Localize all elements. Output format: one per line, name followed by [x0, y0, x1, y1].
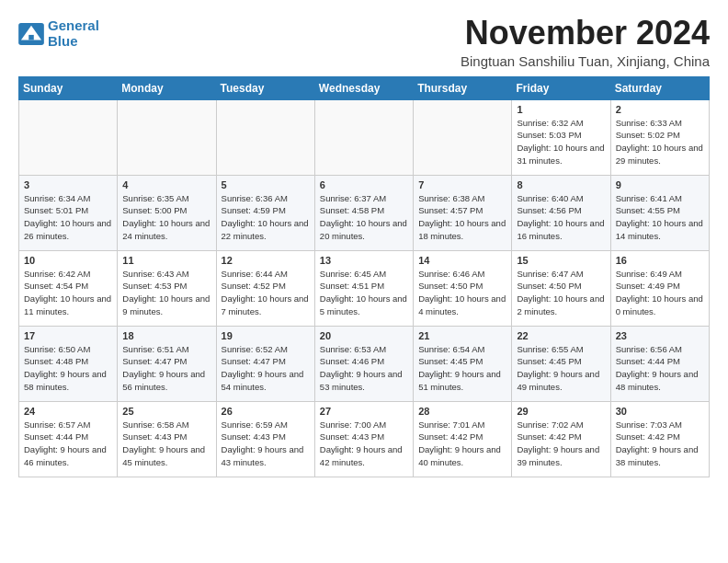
logo-icon: [18, 23, 44, 45]
day-info: Sunrise: 6:32 AM Sunset: 5:03 PM Dayligh…: [517, 117, 605, 167]
day-info: Sunrise: 7:03 AM Sunset: 4:42 PM Dayligh…: [616, 419, 704, 469]
day-info: Sunrise: 6:54 AM Sunset: 4:45 PM Dayligh…: [418, 343, 506, 394]
calendar-cell: 4Sunrise: 6:35 AM Sunset: 5:00 PM Daylig…: [118, 175, 216, 250]
day-number: 20: [320, 330, 408, 341]
day-number: 7: [418, 179, 506, 190]
calendar-cell: 21Sunrise: 6:54 AM Sunset: 4:45 PM Dayli…: [414, 326, 512, 401]
calendar-cell: 28Sunrise: 7:01 AM Sunset: 4:42 PM Dayli…: [414, 401, 512, 477]
calendar-cell: 5Sunrise: 6:36 AM Sunset: 4:59 PM Daylig…: [216, 175, 314, 250]
day-number: 8: [517, 179, 605, 190]
day-info: Sunrise: 6:41 AM Sunset: 4:55 PM Dayligh…: [616, 192, 704, 243]
day-number: 5: [222, 179, 310, 190]
svg-rect-2: [28, 34, 34, 40]
day-info: Sunrise: 6:45 AM Sunset: 4:51 PM Dayligh…: [320, 268, 408, 318]
calendar-cell: 16Sunrise: 6:49 AM Sunset: 4:49 PM Dayli…: [610, 250, 709, 326]
day-number: 29: [517, 406, 605, 417]
calendar-cell: [314, 99, 413, 175]
day-number: 13: [320, 255, 408, 266]
calendar-cell: 20Sunrise: 6:53 AM Sunset: 4:46 PM Dayli…: [314, 326, 413, 401]
day-info: Sunrise: 6:57 AM Sunset: 4:44 PM Dayligh…: [24, 419, 112, 469]
day-info: Sunrise: 6:36 AM Sunset: 4:59 PM Dayligh…: [222, 192, 310, 243]
logo: General Blue: [18, 18, 99, 49]
day-info: Sunrise: 6:56 AM Sunset: 4:44 PM Dayligh…: [616, 343, 704, 394]
day-number: 19: [222, 330, 310, 341]
weekday-sunday: Sunday: [19, 76, 118, 99]
calendar-cell: [118, 99, 216, 175]
month-title: November 2024: [461, 15, 710, 52]
calendar-cell: 11Sunrise: 6:43 AM Sunset: 4:53 PM Dayli…: [118, 250, 216, 326]
week-row-5: 24Sunrise: 6:57 AM Sunset: 4:44 PM Dayli…: [19, 401, 710, 477]
calendar-cell: 19Sunrise: 6:52 AM Sunset: 4:47 PM Dayli…: [216, 326, 314, 401]
calendar-cell: 15Sunrise: 6:47 AM Sunset: 4:50 PM Dayli…: [512, 250, 610, 326]
weekday-tuesday: Tuesday: [216, 76, 314, 99]
calendar-cell: 27Sunrise: 7:00 AM Sunset: 4:43 PM Dayli…: [314, 401, 413, 477]
day-number: 27: [320, 406, 408, 417]
day-info: Sunrise: 7:01 AM Sunset: 4:42 PM Dayligh…: [418, 419, 506, 469]
day-info: Sunrise: 6:43 AM Sunset: 4:53 PM Dayligh…: [122, 268, 210, 318]
calendar-cell: 18Sunrise: 6:51 AM Sunset: 4:47 PM Dayli…: [118, 326, 216, 401]
day-number: 4: [122, 179, 210, 190]
day-info: Sunrise: 6:55 AM Sunset: 4:45 PM Dayligh…: [517, 343, 605, 394]
day-number: 16: [616, 255, 704, 266]
calendar-cell: 24Sunrise: 6:57 AM Sunset: 4:44 PM Dayli…: [19, 401, 118, 477]
title-block: November 2024 Bingtuan Sanshiliu Tuan, X…: [461, 15, 710, 69]
weekday-wednesday: Wednesday: [314, 76, 413, 99]
day-number: 3: [24, 179, 112, 190]
day-info: Sunrise: 6:47 AM Sunset: 4:50 PM Dayligh…: [517, 268, 605, 318]
day-number: 25: [122, 406, 210, 417]
day-info: Sunrise: 6:35 AM Sunset: 5:00 PM Dayligh…: [122, 192, 210, 243]
calendar-cell: 22Sunrise: 6:55 AM Sunset: 4:45 PM Dayli…: [512, 326, 610, 401]
calendar-cell: 6Sunrise: 6:37 AM Sunset: 4:58 PM Daylig…: [314, 175, 413, 250]
calendar-cell: 23Sunrise: 6:56 AM Sunset: 4:44 PM Dayli…: [610, 326, 709, 401]
calendar-cell: 8Sunrise: 6:40 AM Sunset: 4:56 PM Daylig…: [512, 175, 610, 250]
calendar-cell: 2Sunrise: 6:33 AM Sunset: 5:02 PM Daylig…: [610, 99, 709, 175]
calendar-cell: 14Sunrise: 6:46 AM Sunset: 4:50 PM Dayli…: [414, 250, 512, 326]
calendar-cell: 7Sunrise: 6:38 AM Sunset: 4:57 PM Daylig…: [414, 175, 512, 250]
day-info: Sunrise: 6:37 AM Sunset: 4:58 PM Dayligh…: [320, 192, 408, 243]
day-number: 6: [320, 179, 408, 190]
header: General Blue November 2024 Bingtuan Sans…: [18, 15, 710, 69]
day-info: Sunrise: 6:34 AM Sunset: 5:01 PM Dayligh…: [24, 192, 112, 243]
calendar-cell: 29Sunrise: 7:02 AM Sunset: 4:42 PM Dayli…: [512, 401, 610, 477]
calendar-cell: 30Sunrise: 7:03 AM Sunset: 4:42 PM Dayli…: [610, 401, 709, 477]
day-number: 17: [24, 330, 112, 341]
day-info: Sunrise: 6:42 AM Sunset: 4:54 PM Dayligh…: [24, 268, 112, 318]
day-info: Sunrise: 6:38 AM Sunset: 4:57 PM Dayligh…: [418, 192, 506, 243]
logo-line2: Blue: [48, 33, 78, 49]
week-row-4: 17Sunrise: 6:50 AM Sunset: 4:48 PM Dayli…: [19, 326, 710, 401]
day-number: 30: [616, 406, 704, 417]
day-info: Sunrise: 6:33 AM Sunset: 5:02 PM Dayligh…: [616, 117, 704, 167]
calendar-cell: 12Sunrise: 6:44 AM Sunset: 4:52 PM Dayli…: [216, 250, 314, 326]
day-info: Sunrise: 6:46 AM Sunset: 4:50 PM Dayligh…: [418, 268, 506, 318]
calendar-cell: [414, 99, 512, 175]
day-info: Sunrise: 7:02 AM Sunset: 4:42 PM Dayligh…: [517, 419, 605, 469]
calendar-cell: 25Sunrise: 6:58 AM Sunset: 4:43 PM Dayli…: [118, 401, 216, 477]
day-number: 18: [122, 330, 210, 341]
location-subtitle: Bingtuan Sanshiliu Tuan, Xinjiang, China: [461, 53, 710, 69]
weekday-saturday: Saturday: [610, 76, 709, 99]
calendar-cell: 26Sunrise: 6:59 AM Sunset: 4:43 PM Dayli…: [216, 401, 314, 477]
day-info: Sunrise: 6:58 AM Sunset: 4:43 PM Dayligh…: [122, 419, 210, 469]
day-info: Sunrise: 7:00 AM Sunset: 4:43 PM Dayligh…: [320, 419, 408, 469]
day-number: 26: [222, 406, 310, 417]
day-info: Sunrise: 6:49 AM Sunset: 4:49 PM Dayligh…: [616, 268, 704, 318]
week-row-2: 3Sunrise: 6:34 AM Sunset: 5:01 PM Daylig…: [19, 175, 710, 250]
day-number: 11: [122, 255, 210, 266]
day-info: Sunrise: 6:53 AM Sunset: 4:46 PM Dayligh…: [320, 343, 408, 394]
logo-text: General Blue: [48, 18, 99, 49]
calendar-cell: 10Sunrise: 6:42 AM Sunset: 4:54 PM Dayli…: [19, 250, 118, 326]
calendar-cell: 1Sunrise: 6:32 AM Sunset: 5:03 PM Daylig…: [512, 99, 610, 175]
calendar: SundayMondayTuesdayWednesdayThursdayFrid…: [18, 76, 710, 477]
day-number: 1: [517, 104, 605, 115]
day-info: Sunrise: 6:52 AM Sunset: 4:47 PM Dayligh…: [222, 343, 310, 394]
day-number: 12: [222, 255, 310, 266]
day-number: 9: [616, 179, 704, 190]
weekday-thursday: Thursday: [414, 76, 512, 99]
calendar-cell: [19, 99, 118, 175]
week-row-1: 1Sunrise: 6:32 AM Sunset: 5:03 PM Daylig…: [19, 99, 710, 175]
day-number: 2: [616, 104, 704, 115]
day-number: 28: [418, 406, 506, 417]
weekday-friday: Friday: [512, 76, 610, 99]
day-info: Sunrise: 6:51 AM Sunset: 4:47 PM Dayligh…: [122, 343, 210, 394]
day-number: 15: [517, 255, 605, 266]
